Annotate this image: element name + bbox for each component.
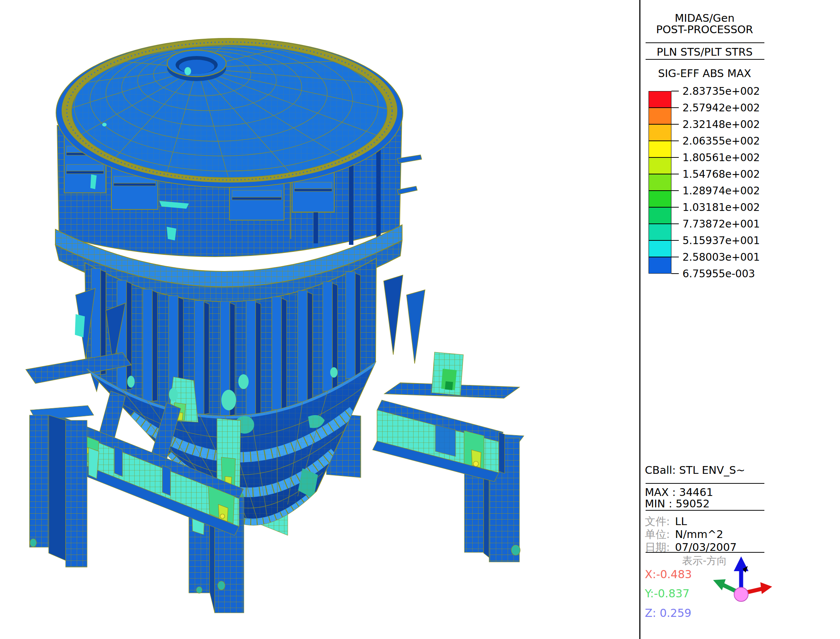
legend-value: 1.54768e+002: [682, 168, 760, 180]
y-axis-arrowhead: [713, 579, 725, 590]
fea-model-canvas: [0, 0, 639, 639]
app-title: MIDAS/Gen: [642, 12, 767, 24]
analysis-mode: PLN STS/PLT STRS: [642, 46, 767, 58]
legend-value: 2.83735e+002: [682, 85, 760, 97]
legend-tick: [671, 257, 679, 258]
unit-row: 单位:N/mm^2: [645, 527, 724, 542]
legend-swatch: [649, 91, 671, 108]
legend-colorbar: 2.83735e+0022.57942e+0022.32148e+0022.06…: [649, 91, 770, 275]
support-right-wing: [384, 352, 519, 398]
legend-swatch: [649, 224, 671, 240]
legend-value: 2.57942e+002: [682, 102, 760, 114]
legend-swatch: [649, 207, 671, 224]
divider-line: [646, 59, 764, 60]
legend-swatch: [649, 141, 671, 157]
orientation-triad: [709, 555, 777, 621]
unit-label: 单位:: [645, 528, 670, 540]
divider-line: [646, 552, 764, 553]
legend-tick: [671, 91, 679, 91]
legend-swatch: [649, 240, 671, 257]
file-row: 文件:LL: [645, 514, 687, 529]
results-panel: MIDAS/Gen POST-PROCESSOR PLN STS/PLT STR…: [639, 0, 840, 639]
legend-tick: [671, 223, 679, 224]
processor-title: POST-PROCESSOR: [642, 23, 767, 36]
legend-value: 5.15937e+001: [682, 235, 760, 247]
legend-tick: [671, 273, 679, 274]
dome-manhole-collar: [167, 50, 226, 81]
max-value: MAX : 34461: [645, 486, 713, 499]
unit-value: N/mm^2: [675, 528, 724, 540]
legend-swatch: [649, 174, 671, 191]
legend-tick: [671, 157, 679, 158]
legend-value: 2.06355e+002: [682, 135, 760, 147]
legend-value: 2.58003e+001: [682, 251, 760, 263]
file-label: 文件:: [645, 515, 670, 528]
divider-line: [646, 510, 764, 511]
skirt-fin: [407, 290, 425, 364]
stress-hotspot: [196, 587, 202, 593]
stress-hotspot: [30, 539, 37, 547]
legend-tick: [671, 107, 679, 108]
date-row: 日期:07/03/2007: [645, 540, 737, 555]
load-case-label: CBall: STL ENV_S~: [645, 464, 745, 476]
model-viewport[interactable]: [0, 0, 639, 639]
midas-gen-postprocessor-window: { "panel": { "app_title_line1": "MIDAS/G…: [0, 0, 840, 639]
legend-tick: [671, 207, 679, 208]
legend-value: 2.32148e+002: [682, 118, 760, 130]
file-value: LL: [675, 515, 687, 528]
stress-hotspot: [511, 545, 520, 555]
stress-hotspot: [218, 581, 225, 590]
legend-swatch: [649, 124, 671, 141]
axis-y-value: Y:-0.837: [645, 587, 689, 600]
date-value: 07/03/2007: [675, 541, 737, 553]
legend-value: 1.80561e+002: [682, 151, 760, 164]
legend-swatch: [649, 191, 671, 207]
date-label: 日期:: [645, 541, 670, 553]
legend-tick: [671, 140, 679, 141]
legend-value: 6.75955e-003: [682, 268, 755, 280]
legend-value: 1.28974e+002: [682, 185, 760, 197]
vessel-top-dome: [56, 38, 403, 187]
legend-value: 1.03181e+002: [682, 201, 760, 213]
legend-swatch: [649, 257, 671, 273]
axis-z-value: Z: 0.259: [645, 607, 691, 620]
support-beam-right: [372, 400, 505, 482]
x-axis-arrowhead: [760, 582, 772, 594]
stress-hotspot: [185, 67, 191, 75]
stress-hotspot: [473, 461, 479, 466]
legend-value: 7.73872e+001: [682, 218, 760, 230]
result-component: SIG-EFF ABS MAX: [642, 67, 767, 79]
legend-tick: [671, 174, 679, 175]
legend-tick: [671, 240, 679, 241]
stress-hotspot: [102, 123, 107, 127]
legend-tick: [671, 124, 679, 125]
skirt-fin: [383, 275, 403, 355]
stress-hotspot: [220, 514, 225, 518]
legend-tick: [671, 190, 679, 191]
divider-line: [646, 483, 764, 484]
divider-line: [646, 42, 764, 43]
legend-swatch: [649, 157, 671, 174]
min-value: MIN : 59052: [645, 498, 710, 510]
legend-swatch: [649, 108, 671, 124]
axis-x-value: X:-0.483: [645, 568, 692, 581]
stress-hotspot: [445, 381, 453, 390]
triad-origin-ball: [734, 587, 748, 601]
